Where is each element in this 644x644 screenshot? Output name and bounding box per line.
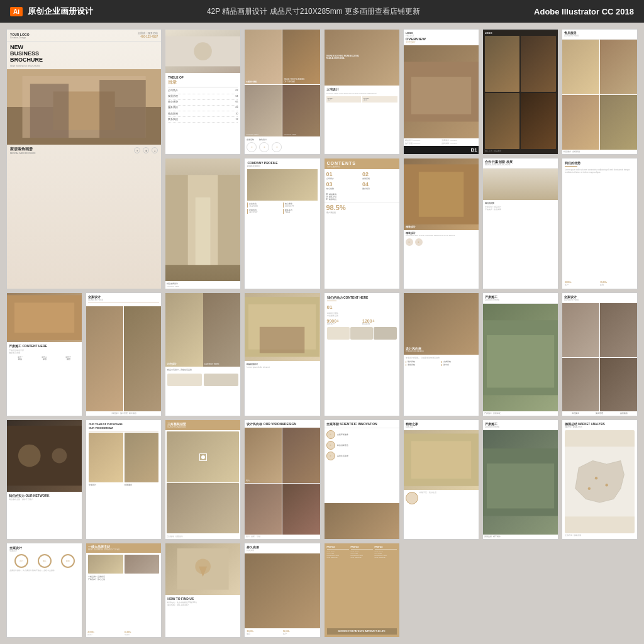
full-design-circles-page[interactable]: 全案设计 全案设计 设计 施工 验收 全案设计服务，从方案设计到竣工验收，全程专…: [6, 543, 82, 638]
toc-header-img: [165, 30, 240, 73]
footer-sub: MEDICAL CARE BROCHURE: [10, 152, 35, 155]
phone-number: 400-123-4567: [138, 35, 158, 38]
svg-point-30: [595, 477, 597, 479]
header-right: Adobe Illustrator CC 2018: [534, 7, 634, 16]
company-profile-sub: 好服务先择我们: [247, 165, 317, 167]
cover-image: [7, 69, 161, 145]
ai-badge: Ai: [10, 7, 23, 16]
svg-rect-12: [196, 197, 211, 265]
network-page[interactable]: 我们的实力 OUR NETWORK 网点遍布全国，服务千万客户: [6, 419, 82, 540]
cover-sub: NEW BUSINESS BROCHURE: [10, 65, 158, 67]
contents-title: CONTENTS: [327, 161, 397, 165]
full-design2-page[interactable]: 全案设计 CONTENT HERE 工程施工 施工管理 品质验收: [562, 292, 638, 417]
find-us-page[interactable]: HOW TO FIND US 联系地址：北京市朝阳区XX路XX号服务热线：400…: [165, 543, 241, 638]
physicians-page[interactable]: OUR TEAM OF PHYSICIANSOUR VISIONDREAM 全屋…: [86, 419, 162, 540]
after-service-page[interactable]: 售后服务 CONTENT HERE 精品服务 · 全程跟进: [562, 29, 638, 155]
logo-subtitle: Creative-Design: [10, 36, 30, 39]
design-trends-page[interactable]: 设计风向标 TONGRO BUSINESS 专业设计师团队，引领家居装饰潮流趋势…: [403, 292, 479, 417]
svg-rect-4: [30, 84, 69, 138]
scientific-page[interactable]: 全案革新 SCIENTIFIC INNOVATION ① 全案革新服务 ② 科技…: [324, 419, 400, 540]
team-page[interactable]: 大厦设计团队 SINCE THE FOUNDINGOF TOROAD CONTE…: [244, 29, 320, 155]
header-title: 原创企业画册设计: [28, 6, 93, 17]
top-header-bar: Ai 原创企业画册设计 42P 精品画册设计 成品尺寸210X285mm 更多画…: [0, 0, 644, 23]
service-footer-text: SERVICE FOR PATIENTS IMPROVE THE LIFE: [327, 628, 397, 635]
big-stat: 98.5%: [326, 204, 397, 211]
svg-point-23: [18, 445, 41, 467]
svg-rect-9: [411, 77, 471, 114]
icon-2: ◆: [143, 147, 149, 153]
dark-thumb-page[interactable]: LOGO 施工工艺 · 精品案例: [482, 29, 558, 155]
exciting-page[interactable]: THERE'S NOTHING MORE EXCITINGTHAN A GOOD…: [324, 29, 400, 155]
toc-content: TABLE OF目录 公司简介02 发展历程04 核心优势06 服务项目08 精…: [165, 73, 240, 126]
three-best-page[interactable]: 三好整装别墅 OUR VISIONDESIGN 三好整装 · 别墅设计: [165, 419, 241, 540]
market-page[interactable]: 德国总结 MARKET ANALYSIS MARKET ANALYSIS 全国布…: [562, 419, 638, 540]
icon-3: ▲: [152, 147, 158, 153]
cover-headline: NEW BUSINESS BROCHURE: [10, 45, 158, 64]
strict-title: 严肃施工 CONTENT HERE: [9, 344, 80, 348]
hotel-page[interactable]: 精装设计 精装设计 Lorem ipsum dolor sit amet, co…: [403, 158, 479, 289]
fine-home-page[interactable]: 精致之家 精致之家 精致工艺，美好生活: [403, 419, 479, 540]
find-us-title: HOW TO FIND US: [167, 597, 238, 601]
phone-label: 全国统一服务热线: [138, 32, 158, 35]
brand-material-page[interactable]: 一线大品牌主材 BEST BUSINESS STRATEGY OF ALL 一线…: [86, 543, 162, 638]
icon-1: ●: [134, 147, 140, 153]
svg-rect-16: [14, 303, 74, 333]
thumbnail-grid: YOUR LOGO Creative-Design 全国统一服务热线 400-1…: [0, 23, 644, 644]
cover-page[interactable]: YOUR LOGO Creative-Design 全国统一服务热线 400-1…: [6, 29, 162, 289]
svg-rect-19: [260, 327, 304, 353]
strict-dining-page[interactable]: 严肃施工 CONTENT HERE 严肃施工 · 质量保证: [482, 292, 558, 417]
header-left: Ai 原创企业画册设计: [10, 6, 93, 17]
cooperation-page[interactable]: 合作·共赢·创新·发展 NEW BUSINESS BORCHURE 我们的优势 …: [482, 158, 558, 289]
adv-title: 我们的优势: [565, 161, 635, 165]
svg-point-32: [588, 487, 591, 490]
project-overview-page[interactable]: LOGO PROJECT OVERVIEW 大宅设计 精品设计 CONTENT全…: [403, 29, 479, 155]
big-stat-label: 客户满意度: [326, 211, 397, 214]
strict3-page[interactable]: 严肃施工 CONTENT HERE 质量监督 · 精工细作: [482, 419, 558, 540]
profile-cards-page[interactable]: PROFILE OUR TEAM CULTURE PERFORMANCE OUR…: [324, 543, 400, 638]
contents-page[interactable]: CONTENTS 为什么选择我们 01 公司简介 02 发展历程 03 核心优势…: [324, 158, 400, 289]
big-house-page[interactable]: 大宅设计 CONTENT HERE 精品大宅设计，高端生活品质: [165, 292, 241, 417]
profile-label: PROFILE: [327, 546, 349, 550]
motivation-page[interactable]: 我们的动力 CONTENT HERE 01 高端设计团队专业服务品质 9900+…: [324, 292, 400, 417]
header-center: 42P 精品画册设计 成品尺寸210X285mm 更多画册查看店铺更新: [207, 6, 420, 17]
svg-point-24: [52, 448, 67, 464]
svg-rect-21: [487, 335, 554, 387]
svg-rect-28: [487, 464, 554, 508]
sustained-page[interactable]: 持久实用 持久实用 30,000+项目 55,000+客户: [244, 543, 320, 638]
advantages-page[interactable]: 我们的优势 Lorem ipsum dolor sit amet consect…: [562, 158, 638, 289]
network-title: 我们的实力 OUR NETWORK: [9, 494, 80, 497]
vision-design-page[interactable]: 设计风向标 OUR VISION&DESIGN 现代 设计 · 创新 · 引领: [244, 419, 320, 540]
svg-point-7: [194, 42, 213, 60]
logo-text: YOUR LOGO: [10, 33, 30, 36]
svg-point-31: [605, 484, 608, 487]
svg-rect-14: [418, 172, 463, 216]
footer-title: 家居装饰画册: [10, 147, 35, 152]
hallway-page[interactable]: 精品走廊设计CONTENT HERE: [165, 158, 241, 289]
svg-rect-5: [99, 80, 146, 138]
contents-subtitle: 为什么选择我们: [327, 165, 397, 168]
bedroom-page[interactable]: 精品卧室设计 Lorem ipsum dolor sit amet: [244, 292, 320, 417]
full-design-page[interactable]: 全案设计 CONTENT HERE 工程施工 · 施工管理 · 竣工验收: [86, 292, 162, 417]
sci-title: 全案革新 SCIENTIFIC INNOVATION: [326, 422, 397, 426]
svg-rect-26: [411, 441, 471, 479]
toc-page[interactable]: TABLE OF目录 公司简介02 发展历程04 核心优势06 服务项目08 精…: [165, 29, 241, 155]
vision-title: 设计风向标 OUR VISION&DESIGN: [247, 422, 318, 426]
cover-icon-group: ● ◆ ▲: [134, 147, 158, 153]
company-profile-page[interactable]: COMPANY PROFILE 好服务先择我们 企业文化CULTURE 核心理念…: [244, 158, 320, 289]
toc-title: TABLE OF目录: [168, 75, 238, 87]
motivation-title: 我们的动力 CONTENT HERE: [327, 296, 397, 299]
strict-page[interactable]: 严肃施工 CONTENT HERE 严格把控每道工序确保施工质量 工艺一精品 工…: [6, 292, 82, 417]
